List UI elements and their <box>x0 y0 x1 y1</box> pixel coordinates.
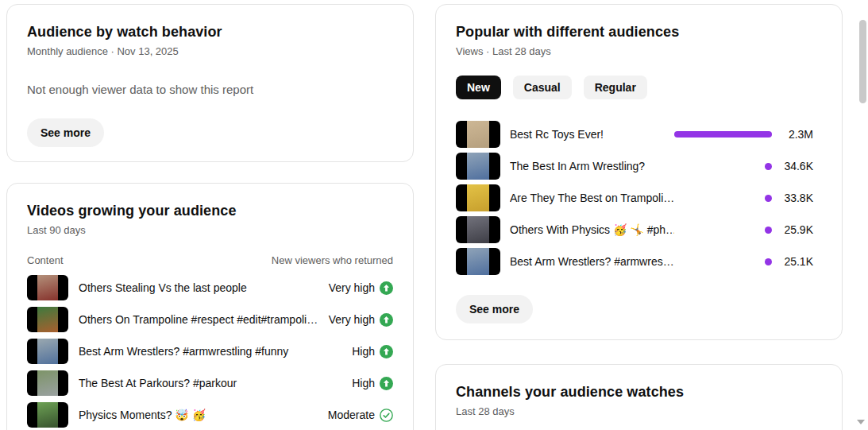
views-dot <box>765 258 772 265</box>
video-title: Others Stealing Vs the last people <box>79 281 329 295</box>
rating: Very high <box>329 313 393 327</box>
views-bar-track <box>674 162 772 170</box>
rating: High <box>352 377 393 390</box>
rating-label: Very high <box>329 281 375 294</box>
views-dot <box>765 163 772 170</box>
rating-label: Very high <box>329 313 375 326</box>
views-value: 2.3M <box>772 128 813 141</box>
views-bar-track <box>674 226 772 234</box>
tab-casual[interactable]: Casual <box>513 76 572 99</box>
card-title: Popular with different audiences <box>456 22 822 41</box>
card-subtitle: Monthly audience · Nov 13, 2025 <box>27 45 393 58</box>
video-thumbnail <box>456 153 500 180</box>
video-thumbnail <box>27 307 68 332</box>
table-row[interactable]: Best Rc Toys Ever! 2.3M <box>456 118 822 150</box>
card-subtitle: Last 28 days <box>456 405 822 418</box>
rating: Moderate <box>328 409 393 422</box>
video-thumbnail <box>456 184 500 211</box>
video-thumbnail <box>27 339 68 364</box>
video-title: The Best In Arm Wrestling? <box>510 159 674 173</box>
up-arrow-circle-icon <box>380 345 393 358</box>
audience-watch-behavior-card: Audience by watch behavior Monthly audie… <box>6 4 414 162</box>
video-title: Best Arm Wrestlers? #armwres… <box>510 254 674 269</box>
up-arrow-circle-icon <box>380 281 393 295</box>
empty-data-message: Not enough viewer data to show this repo… <box>27 82 393 98</box>
table-row[interactable]: The Best In Arm Wrestling? 34.6K <box>456 150 822 182</box>
table-row[interactable]: The Best At Parkours? #parkour High <box>27 367 393 399</box>
video-title: The Best At Parkours? #parkour <box>79 376 352 390</box>
views-dot <box>765 227 772 234</box>
table-row[interactable]: Best Arm Wrestlers? #armwrestling #funny… <box>27 335 393 367</box>
rating-label: High <box>352 377 375 389</box>
table-row[interactable]: Are They The Best on Trampoli… 33.8K <box>456 182 822 214</box>
card-subtitle: Views · Last 28 days <box>456 45 822 58</box>
video-title: Best Rc Toys Ever! <box>510 127 674 141</box>
video-thumbnail <box>456 121 500 148</box>
channels-audience-watches-card: Channels your audience watches Last 28 d… <box>435 364 843 430</box>
table-row[interactable]: Physics Moments? 🤯 🥳 Moderate <box>27 399 393 430</box>
card-subtitle: Last 90 days <box>27 224 393 237</box>
check-circle-icon <box>380 409 393 422</box>
scrollbar-down-arrow-icon[interactable] <box>857 420 865 424</box>
card-title: Videos growing your audience <box>27 201 393 220</box>
column-gap <box>6 162 414 183</box>
video-title: Physics Moments? 🤯 🥳 <box>79 408 328 422</box>
rating-label: Moderate <box>328 409 375 421</box>
views-bar-track <box>674 258 772 265</box>
table-row[interactable]: Others On Trampoline #respect #edit#tram… <box>27 304 393 335</box>
table-row[interactable]: Others Stealing Vs the last people Very … <box>27 272 393 304</box>
column-gap <box>435 340 843 364</box>
video-title: Others With Physics 🥳 🤸 #ph… <box>510 223 674 237</box>
popular-audiences-card: Popular with different audiences Views ·… <box>435 4 843 340</box>
views-value: 34.6K <box>772 160 813 172</box>
column-header-returned: New viewers who returned <box>272 254 393 267</box>
video-thumbnail <box>27 402 68 428</box>
vertical-scrollbar-thumb[interactable] <box>859 20 866 103</box>
video-rows: Best Rc Toys Ever! 2.3M The Best In Arm … <box>456 118 822 277</box>
see-more-button[interactable]: See more <box>456 295 533 323</box>
card-title: Channels your audience watches <box>456 382 822 401</box>
analytics-page: Audience by watch behavior Monthly audie… <box>6 4 843 430</box>
views-bar <box>674 131 772 138</box>
views-bar-track <box>674 194 772 202</box>
see-more-button[interactable]: See more <box>27 118 104 147</box>
video-thumbnail <box>456 248 500 275</box>
views-value: 33.8K <box>772 192 813 204</box>
video-title: Are They The Best on Trampoli… <box>510 191 674 205</box>
card-title: Audience by watch behavior <box>27 22 393 41</box>
video-rows: Others Stealing Vs the last people Very … <box>27 272 393 430</box>
left-column: Audience by watch behavior Monthly audie… <box>6 4 414 430</box>
column-header-content: Content <box>27 254 64 267</box>
views-bar-track <box>674 130 772 138</box>
views-value: 25.9K <box>772 223 813 236</box>
video-thumbnail <box>27 370 68 396</box>
table-row[interactable]: Best Arm Wrestlers? #armwres… 25.1K <box>456 246 822 277</box>
video-title: Others On Trampoline #respect #edit#tram… <box>79 312 329 327</box>
table-row[interactable]: Others With Physics 🥳 🤸 #ph… 25.9K <box>456 214 822 246</box>
up-arrow-circle-icon <box>380 377 393 390</box>
tab-regular[interactable]: Regular <box>584 76 647 99</box>
views-dot <box>765 195 772 202</box>
rating: Very high <box>329 281 393 295</box>
videos-growing-audience-card: Videos growing your audience Last 90 day… <box>6 183 414 430</box>
rating-label: High <box>352 345 375 358</box>
video-thumbnail <box>456 216 500 243</box>
audience-tabs: New Casual Regular <box>456 76 822 99</box>
rating: High <box>352 345 393 358</box>
views-value: 25.1K <box>772 255 813 268</box>
tab-new[interactable]: New <box>456 76 501 99</box>
video-title: Best Arm Wrestlers? #armwrestling #funny <box>79 344 352 358</box>
table-header: Content New viewers who returned <box>27 254 393 267</box>
video-thumbnail <box>27 275 68 300</box>
up-arrow-circle-icon <box>380 313 393 327</box>
right-column: Popular with different audiences Views ·… <box>435 4 843 430</box>
